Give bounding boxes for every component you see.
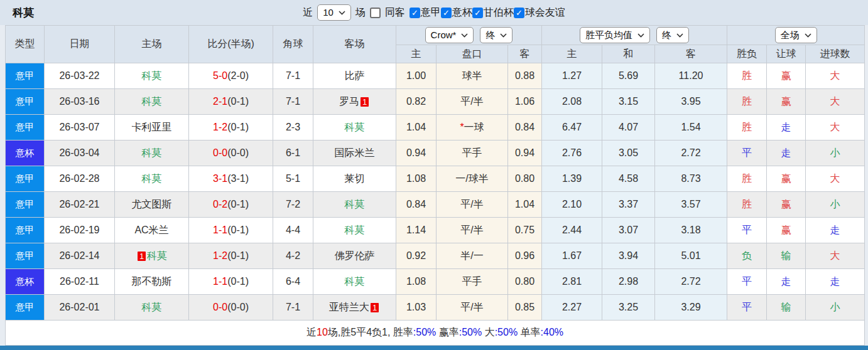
- same-away-checkbox[interactable]: [370, 8, 381, 18]
- subcol-goals: 进球数: [806, 45, 865, 63]
- handicap-cell: 半/一: [437, 243, 508, 269]
- odds-home-cell: 0.84: [396, 192, 437, 218]
- chevron-down-icon: [339, 11, 345, 15]
- halftime-score: (0-1): [227, 199, 249, 209]
- result-wdl-cell: 负: [727, 243, 767, 269]
- avg-draw-cell: 4.58: [602, 166, 655, 192]
- result-wdl-cell: 胜: [727, 192, 767, 218]
- result-goals-cell: 走: [806, 218, 865, 243]
- odds-away-cell: 1.06: [508, 89, 542, 115]
- league-checkbox[interactable]: ✓: [410, 8, 420, 18]
- same-away-label: 同客: [385, 6, 405, 19]
- team-name: 卡利亚里: [132, 122, 172, 132]
- league-cell: 意甲: [6, 63, 45, 89]
- league-cell: 意甲: [6, 218, 45, 243]
- halftime-score: (0-0): [227, 147, 249, 158]
- subcol-wdl: 胜负: [727, 45, 767, 63]
- result-wdl-cell: 平: [727, 218, 767, 243]
- avg-away-cell: 5.01: [655, 243, 727, 269]
- league-filter-item: ✓球会友谊: [514, 6, 565, 19]
- summary-stats: 近10场,胜5平4负1, 胜率:50% 赢率:50% 大:50% 单率:40%: [6, 321, 865, 346]
- result-goals-cell: 小: [806, 295, 865, 321]
- away-team-cell: 罗马1: [313, 89, 396, 115]
- avg-period-select[interactable]: 终: [656, 27, 689, 43]
- result-wdl-cell: 胜: [727, 166, 767, 192]
- crow-period-select[interactable]: 终: [480, 27, 513, 43]
- recent-count-select[interactable]: 10: [317, 4, 351, 21]
- col-header-type: 类型: [6, 26, 45, 63]
- top-filter-bar: 科莫 近 10 场 同客 ✓意甲✓意杯✓甘伯杯✓球会友谊: [0, 0, 868, 25]
- league-checkbox[interactable]: ✓: [514, 8, 524, 18]
- odds-away-cell: 0.85: [508, 295, 542, 321]
- league-filter-item: ✓甘伯杯: [472, 6, 514, 19]
- result-goals-cell: 走: [806, 269, 865, 295]
- avg-home-cell: 2.08: [542, 89, 602, 115]
- odds-away-cell: 0.88: [508, 63, 542, 89]
- score-cell: 1-2(0-1): [189, 115, 273, 141]
- result-wdl-cell: 胜: [727, 63, 767, 89]
- chevron-down-icon: [805, 33, 811, 38]
- summary-segment: 赢率: [436, 327, 458, 337]
- result-group-header: 全场: [727, 26, 865, 45]
- league-checkbox-label: 意杯: [452, 6, 472, 19]
- odds-group-header: Crow* 终: [396, 26, 542, 45]
- avg-away-cell: 1.54: [655, 115, 727, 141]
- crow-company-select[interactable]: Crow*: [425, 27, 474, 43]
- date-cell: 26-02-14: [45, 243, 115, 269]
- team-name: 罗马: [339, 96, 359, 107]
- avg-odds-select[interactable]: 胜平负均值: [580, 27, 650, 43]
- home-team-cell: 科莫: [115, 141, 189, 166]
- fulltime-score: 5-0: [213, 70, 227, 81]
- score-cell: 1-1(0-1): [189, 269, 273, 295]
- halftime-score: (0-1): [227, 225, 249, 235]
- score-cell: 3-1(3-1): [189, 166, 273, 192]
- red-card-badge: 1: [361, 97, 369, 107]
- handicap-cell: *一球: [437, 115, 508, 141]
- avg-group-header: 胜平负均值 终: [542, 26, 727, 45]
- fulltime-score: 1-1: [213, 225, 227, 235]
- handicap-cell: 平/半: [437, 192, 508, 218]
- result-wdl-cell: 胜: [727, 115, 767, 141]
- avg-home-cell: 2.10: [542, 192, 602, 218]
- odds-home-cell: 0.94: [396, 141, 437, 166]
- halftime-score: (0-1): [227, 122, 249, 132]
- league-cell: 意甲: [6, 295, 45, 321]
- result-goals-cell: 大: [806, 115, 865, 141]
- away-team-cell: 科莫: [313, 115, 396, 141]
- avg-draw-cell: 5.69: [602, 63, 655, 89]
- subcol-avg-home: 主: [542, 45, 602, 63]
- halftime-score: (0-1): [227, 250, 249, 261]
- result-handicap-cell: 走: [767, 115, 806, 141]
- table-row: 意甲26-02-21尤文图斯0-2(0-1)7-2科莫0.84平/半1.042.…: [6, 192, 865, 218]
- fulltime-score: 0-0: [213, 302, 227, 312]
- league-checkbox[interactable]: ✓: [441, 8, 452, 18]
- halftime-score: (0-1): [227, 96, 249, 107]
- avg-away-cell: 8.73: [655, 166, 727, 192]
- summary-segment: 场,胜5平4负1, 胜率: [328, 327, 413, 337]
- recent-count-value: 10: [323, 6, 334, 19]
- table-row: 意甲26-02-19AC米兰1-1(0-1)4-4科莫1.14平/半0.752.…: [6, 218, 865, 243]
- handicap-cell: 平/半: [437, 218, 508, 243]
- league-checkbox[interactable]: ✓: [472, 8, 483, 18]
- team-name: 科莫: [345, 276, 365, 287]
- match-history-table: 类型 日期 主场 比分(半场) 角球 客场 Crow* 终: [5, 25, 865, 346]
- league-cell: 意甲: [6, 192, 45, 218]
- odds-away-cell: 0.80: [508, 166, 542, 192]
- home-team-cell: 尤文图斯: [115, 192, 189, 218]
- home-team-cell: 科莫: [115, 63, 189, 89]
- away-team-cell: 比萨: [313, 63, 396, 89]
- halftime-score: (0-1): [227, 276, 249, 287]
- col-header-score: 比分(半场): [189, 26, 273, 63]
- league-cell: 意甲: [6, 243, 45, 269]
- league-checkbox-label: 意甲: [421, 6, 441, 19]
- away-team-cell: 国际米兰: [313, 141, 396, 166]
- page-title: 科莫: [13, 6, 34, 20]
- team-name: 科莫: [345, 199, 365, 209]
- team-name: 科莫: [345, 225, 365, 235]
- avg-home-cell: 1.67: [542, 243, 602, 269]
- corners-cell: 7-2: [273, 192, 313, 218]
- avg-draw-cell: 3.94: [602, 243, 655, 269]
- league-cell: 意杯: [6, 269, 45, 295]
- col-header-corners: 角球: [273, 26, 313, 63]
- scope-select[interactable]: 全场: [775, 27, 817, 43]
